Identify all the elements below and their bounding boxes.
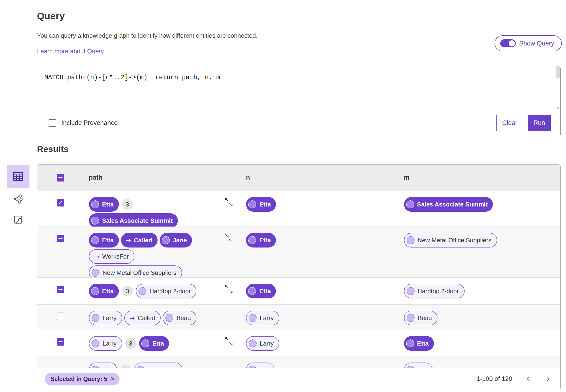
path-line: Sales Associate Summit — [89, 213, 241, 227]
expand-path-icon[interactable]: ↖↘ — [225, 197, 235, 208]
n-cell: Etta — [241, 191, 399, 226]
edge-pill[interactable]: →WorksFor — [89, 249, 134, 264]
include-provenance-checkbox[interactable] — [49, 119, 56, 127]
graph-view-button[interactable] — [7, 191, 29, 207]
scrollbar-gutter — [555, 278, 560, 304]
path-count-badge[interactable]: 3 — [122, 286, 133, 296]
pill-label: Etta — [102, 288, 114, 295]
next-page-button[interactable] — [545, 376, 551, 382]
node-pill[interactable]: Etta — [89, 197, 119, 212]
path-line: Beau — [404, 311, 555, 325]
query-editor-footer: Include Provenance Clear Run — [37, 111, 560, 135]
node-pill[interactable]: New Metal Office Suppliers — [404, 233, 497, 248]
node-pill[interactable] — [134, 363, 183, 368]
table-row: Larry→CalledBeauLarryBeau — [37, 305, 560, 330]
node-pill[interactable]: Larry — [246, 336, 279, 351]
map-view-button[interactable] — [7, 212, 29, 227]
clear-button[interactable]: Clear — [496, 115, 523, 131]
toggle-knob[interactable] — [508, 40, 515, 47]
pill-label: Larry — [103, 314, 116, 322]
chip-close-icon[interactable]: ✕ — [110, 376, 115, 382]
pill-label: Hardtop 2-door — [418, 288, 459, 295]
node-circle-icon — [137, 366, 145, 368]
row-checkbox[interactable] — [57, 235, 64, 242]
edge-pill[interactable]: →Called — [124, 311, 161, 325]
node-pill[interactable]: Beau — [404, 311, 438, 325]
node-pill[interactable]: Sales Associate Summit — [89, 213, 178, 227]
include-provenance-option[interactable]: Include Provenance — [49, 111, 118, 135]
node-pill[interactable]: Jane — [160, 233, 192, 248]
selected-in-query-chip[interactable]: Selected in Query: 5 ✕ — [45, 373, 120, 385]
pill-label: Beau — [418, 314, 432, 322]
table-header-row: path n m — [37, 165, 560, 191]
path-count-badge[interactable]: 3 — [122, 199, 133, 210]
scrollbar-gutter — [555, 305, 560, 330]
path-line — [246, 363, 399, 368]
row-checkbox[interactable] — [57, 286, 64, 293]
path-line: Etta3 — [89, 197, 241, 212]
learn-more-link[interactable]: Learn more about Query — [37, 48, 104, 55]
run-button[interactable]: Run — [528, 115, 551, 131]
scrollbar-thumb[interactable] — [556, 66, 560, 79]
n-cell: Larry — [241, 305, 399, 330]
path-line — [89, 363, 241, 368]
node-pill[interactable] — [404, 363, 433, 368]
node-circle-icon — [248, 200, 256, 208]
node-pill[interactable] — [246, 363, 275, 368]
expand-path-icon[interactable]: ↖↘ — [225, 336, 235, 348]
select-all-checkbox[interactable] — [57, 174, 64, 182]
pill-label: Larry — [103, 340, 116, 347]
node-pill[interactable]: Hardtop 2-door — [404, 284, 465, 298]
pill-label: Etta — [152, 340, 164, 347]
node-pill[interactable]: Larry — [89, 311, 122, 325]
pagination-range: 1-100 of 120 — [476, 375, 512, 383]
table-row: Etta3Hardtop 2-door↖↘EttaHardtop 2-door — [37, 278, 560, 305]
pill-label: Etta — [417, 340, 429, 347]
node-pill[interactable] — [89, 363, 117, 368]
graph-icon — [13, 194, 24, 204]
path-line: New Metal Office Suppliers — [89, 266, 241, 278]
row-checkbox[interactable] — [57, 313, 64, 320]
path-count-badge[interactable]: 3 — [125, 338, 136, 349]
map-icon — [13, 214, 23, 225]
row-checkbox[interactable] — [57, 199, 64, 207]
resize-handle-icon[interactable] — [555, 105, 559, 110]
node-pill[interactable]: Larry — [246, 311, 279, 325]
query-input[interactable]: MATCH path=(n)-[r*..2]->(m) return path,… — [37, 68, 560, 111]
table-view-button[interactable] — [7, 165, 29, 188]
path-line: Sales Associate Summit — [404, 197, 555, 212]
edge-pill[interactable]: →Called — [121, 233, 157, 248]
toggle-switch-icon[interactable] — [500, 39, 516, 47]
row-checkbox[interactable] — [57, 338, 64, 346]
node-pill[interactable]: Etta — [246, 197, 276, 212]
pill-label: Hardtop 2-door — [150, 288, 191, 295]
path-count-badge[interactable] — [120, 364, 131, 368]
node-circle-icon — [407, 314, 415, 322]
column-header-path: path — [84, 165, 241, 191]
scrollbar-gutter — [555, 227, 560, 278]
scrollbar-gutter — [555, 165, 560, 191]
node-pill[interactable]: Beau — [163, 311, 197, 325]
node-pill[interactable]: Etta — [246, 284, 276, 298]
node-pill[interactable]: Sales Associate Summit — [404, 197, 493, 212]
collapse-path-icon[interactable]: ↘↖ — [225, 233, 235, 244]
node-pill[interactable]: Larry — [89, 336, 122, 351]
node-pill[interactable]: Etta — [404, 336, 434, 351]
expand-path-icon[interactable]: ↖↘ — [225, 284, 235, 295]
table-icon — [12, 170, 25, 183]
previous-page-button[interactable] — [525, 376, 532, 382]
chip-label: Selected in Query: 5 — [50, 376, 107, 382]
node-pill[interactable]: Etta — [139, 336, 169, 351]
node-circle-icon — [91, 339, 99, 348]
node-pill[interactable]: Etta — [89, 233, 119, 248]
path-line: New Metal Office Suppliers — [404, 233, 555, 248]
node-pill[interactable]: Etta — [246, 233, 276, 248]
edge-arrow-icon: → — [94, 253, 99, 260]
path-cell: Etta3Sales Associate Summit↖↘ — [84, 191, 241, 226]
pill-label: Sales Associate Summit — [417, 201, 488, 208]
node-pill[interactable]: Etta — [89, 284, 119, 298]
show-query-toggle[interactable]: Show Query — [495, 35, 562, 51]
node-pill[interactable]: New Metal Office Suppliers — [89, 266, 182, 278]
node-pill[interactable]: Hardtop 2-door — [136, 284, 197, 298]
results-table: path n m Etta3Sales Associate Summit↖↘Et… — [37, 164, 561, 390]
